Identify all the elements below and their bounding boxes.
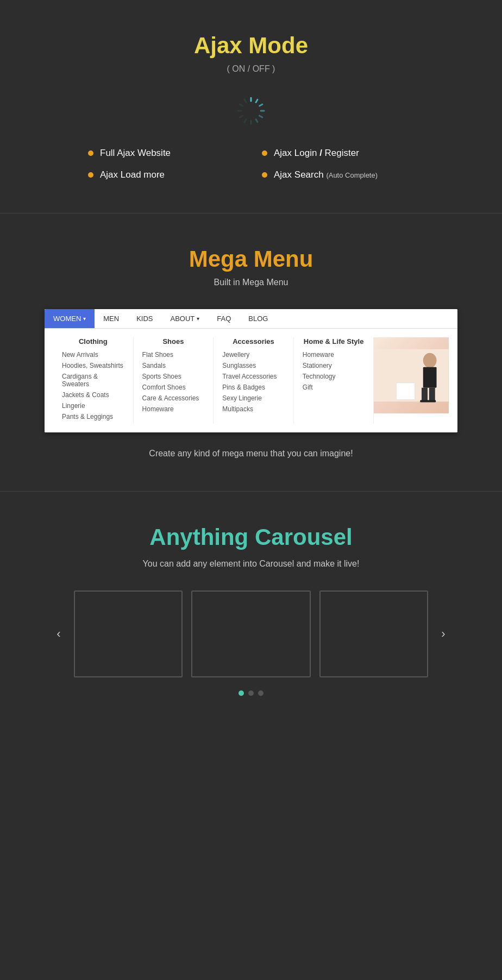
menu-col-item[interactable]: Lingerie (62, 402, 124, 410)
carousel-items (74, 590, 428, 677)
menu-col-item[interactable]: Jewellery (222, 351, 285, 359)
mega-menu-title: Mega Menu (22, 246, 480, 272)
svg-point-13 (423, 353, 437, 368)
col-header-shoes: Shoes (142, 337, 205, 345)
feature-ajax-load: Ajax Load more (88, 169, 240, 180)
menu-bar: WOMEN ▾ MEN KIDS ABOUT ▾ FAQ BLOG (45, 309, 457, 329)
feature-ajax-load-label: Ajax Load more (100, 169, 165, 180)
ajax-features-grid: Full Ajax Website Ajax Login / Register … (88, 148, 414, 180)
menu-col-item[interactable]: New Arrivals (62, 351, 124, 359)
fashion-image-icon (374, 337, 449, 413)
ajax-subtitle: ( ON / OFF ) (22, 64, 480, 74)
carousel-dot-1[interactable] (239, 690, 244, 696)
svg-line-11 (244, 99, 246, 102)
loading-spinner-icon (236, 96, 266, 126)
menu-col-item[interactable]: Pants & Leggings (62, 413, 124, 420)
carousel-item-3 (319, 590, 428, 677)
menu-col-item[interactable]: Hoodies, Sweatshirts (62, 362, 124, 369)
menu-col-item[interactable]: Flat Shoes (142, 351, 205, 359)
carousel-section: Anything Carousel You can add any elemen… (0, 492, 502, 728)
carousel-dots (22, 690, 480, 696)
ajax-section: Ajax Mode ( ON / OFF ) Full Aj (0, 0, 502, 213)
carousel-title: Anything Carousel (22, 524, 480, 550)
carousel-prev-button[interactable]: ‹ (49, 624, 68, 644)
menu-item-about[interactable]: ABOUT ▾ (162, 309, 209, 328)
chevron-down-icon: ▾ (83, 316, 86, 322)
carousel-dot-2[interactable] (248, 690, 254, 696)
feature-dot-icon (262, 172, 267, 178)
menu-col-item[interactable]: Jackets & Coats (62, 391, 124, 399)
svg-line-1 (256, 99, 258, 102)
menu-item-women-label: WOMEN (53, 315, 81, 323)
dropdown-col-accessories: Accessories Jewellery Sunglasses Travel … (214, 337, 294, 424)
menu-col-item[interactable]: Homeware (303, 351, 365, 359)
carousel-subtitle: You can add any element into Carousel an… (22, 559, 480, 569)
dropdown-content: Clothing New Arrivals Hoodies, Sweatshir… (45, 329, 457, 432)
svg-line-10 (240, 104, 242, 106)
feature-ajax-login-label: Ajax Login / Register (274, 148, 359, 159)
menu-item-men-label: MEN (103, 315, 119, 323)
menu-col-item[interactable]: Sandals (142, 362, 205, 369)
carousel-dot-3[interactable] (258, 690, 263, 696)
carousel-item-1 (74, 590, 183, 677)
carousel-item-2 (191, 590, 311, 677)
svg-rect-19 (397, 383, 415, 400)
svg-rect-17 (421, 400, 429, 402)
svg-rect-14 (423, 367, 437, 388)
feature-dot-icon (88, 172, 93, 178)
svg-line-2 (260, 104, 262, 106)
dropdown-col-home: Home & Life Style Homeware Stationery Te… (294, 337, 374, 424)
menu-item-men[interactable]: MEN (95, 309, 128, 328)
menu-promo-image (374, 337, 449, 413)
col-header-home: Home & Life Style (303, 337, 365, 345)
menu-col-item[interactable]: Care & Accessories (142, 394, 205, 402)
mega-menu-subtitle: Built in Mega Menu (22, 278, 480, 287)
svg-rect-15 (422, 388, 428, 401)
feature-full-ajax-label: Full Ajax Website (100, 148, 171, 159)
mega-description: Create any kind of mega menu that you ca… (22, 449, 480, 458)
dropdown-col-clothing: Clothing New Arrivals Hoodies, Sweatshir… (53, 337, 134, 424)
menu-col-item[interactable]: Homeware (142, 405, 205, 413)
menu-col-item[interactable]: Stationery (303, 362, 365, 369)
svg-rect-18 (428, 400, 436, 402)
menu-item-blog-label: BLOG (248, 315, 268, 323)
menu-col-item[interactable]: Technology (303, 373, 365, 380)
menu-item-kids-label: KIDS (136, 315, 153, 323)
dropdown-col-shoes: Shoes Flat Shoes Sandals Sports Shoes Co… (134, 337, 214, 424)
menu-col-item[interactable]: Gift (303, 384, 365, 391)
feature-ajax-search: Ajax Search (Auto Complete) (262, 169, 414, 180)
feature-ajax-login: Ajax Login / Register (262, 148, 414, 159)
feature-full-ajax: Full Ajax Website (88, 148, 240, 159)
menu-col-item[interactable]: Travel Accessories (222, 373, 285, 380)
svg-line-7 (244, 120, 246, 122)
menu-item-kids[interactable]: KIDS (128, 309, 161, 328)
menu-item-faq[interactable]: FAQ (208, 309, 240, 328)
mega-menu-preview: WOMEN ▾ MEN KIDS ABOUT ▾ FAQ BLOG (45, 309, 457, 432)
dropdown-col-image (374, 337, 449, 424)
carousel-container: ‹ › (22, 590, 480, 677)
svg-line-8 (240, 116, 242, 117)
menu-item-women[interactable]: WOMEN ▾ (45, 309, 95, 328)
menu-col-item[interactable]: Pins & Badges (222, 384, 285, 391)
svg-rect-16 (429, 388, 435, 401)
menu-col-item[interactable]: Sunglasses (222, 362, 285, 369)
menu-item-blog[interactable]: BLOG (240, 309, 277, 328)
col-header-clothing: Clothing (62, 337, 124, 345)
menu-item-about-label: ABOUT (171, 315, 195, 323)
carousel-next-button[interactable]: › (434, 624, 453, 644)
menu-col-item[interactable]: Multipacks (222, 405, 285, 413)
svg-line-4 (260, 116, 262, 117)
menu-col-item[interactable]: Comfort Shoes (142, 384, 205, 391)
feature-dot-icon (88, 150, 93, 156)
ajax-title: Ajax Mode (22, 33, 480, 59)
menu-col-item[interactable]: Cardigans & Sweaters (62, 373, 124, 388)
chevron-down-icon: ▾ (197, 316, 199, 322)
menu-item-faq-label: FAQ (217, 315, 231, 323)
menu-col-item[interactable]: Sports Shoes (142, 373, 205, 380)
col-header-accessories: Accessories (222, 337, 285, 345)
feature-ajax-search-label: Ajax Search (Auto Complete) (274, 169, 378, 180)
spinner-container (236, 96, 266, 126)
mega-menu-section: Mega Menu Built in Mega Menu WOMEN ▾ MEN… (0, 213, 502, 491)
feature-dot-icon (262, 150, 267, 156)
menu-col-item[interactable]: Sexy Lingerie (222, 394, 285, 402)
